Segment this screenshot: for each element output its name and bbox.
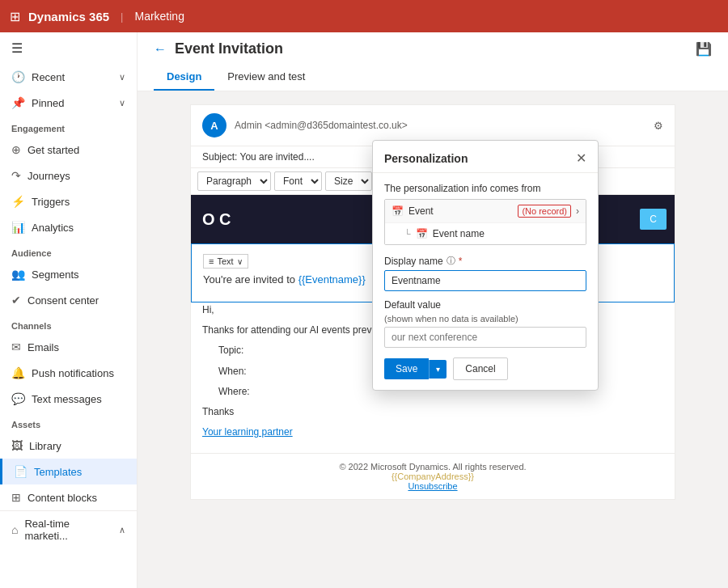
grid-icon[interactable]: ⊞: [10, 9, 20, 24]
default-value-input[interactable]: [384, 327, 586, 348]
pers-tree-parent-row[interactable]: 📅 Event (No record) ›: [385, 200, 586, 223]
recent-icon: 🕐: [11, 70, 25, 83]
recent-expand-icon: ∨: [119, 72, 125, 82]
sidebar-item-text-messages[interactable]: 💬 Text messages: [0, 386, 137, 412]
save-icon[interactable]: 💾: [696, 42, 712, 56]
sidebar-item-label: Push notifications: [32, 367, 114, 379]
modal-actions: Save ▾ Cancel: [384, 357, 586, 380]
sidebar-item-emails[interactable]: ✉ Emails: [0, 334, 137, 360]
modal-body: The personalization info comes from 📅 Ev…: [373, 173, 598, 390]
sidebar-item-label: Emails: [28, 341, 59, 353]
consent-icon: ✔: [11, 294, 21, 307]
page-header: ← Event Invitation 💾 Design Preview and …: [138, 32, 728, 91]
pers-chevron-icon: ›: [576, 205, 579, 217]
tab-design[interactable]: Design: [154, 64, 214, 91]
sidebar-item-label-recent: Recent: [32, 71, 65, 83]
sidebar-item-segments[interactable]: 👥 Segments: [0, 261, 137, 287]
sidebar-item-consent-center[interactable]: ✔ Consent center: [0, 287, 137, 313]
pers-parent-label: Event: [408, 205, 510, 217]
content-blocks-icon: ⊞: [11, 491, 21, 504]
personalization-modal: Personalization ✕ The personalization in…: [372, 140, 599, 391]
default-value-label-row: Default value: [384, 299, 586, 311]
email-area: A Admin <admin@d365domaintest.co.uk> ⚙ S…: [138, 91, 728, 588]
topbar: ⊞ Dynamics 365 | Marketing: [0, 0, 728, 32]
sidebar-item-label-realtime: Real-time marketi...: [24, 518, 112, 542]
sidebar-item-journeys[interactable]: ↷ Journeys: [0, 163, 137, 188]
sidebar-item-label: Library: [29, 440, 61, 452]
sidebar-item-analytics[interactable]: 📊 Analytics: [0, 214, 137, 240]
sidebar-item-realtime[interactable]: ⌂ Real-time marketi... ∧: [0, 510, 137, 548]
modal-header: Personalization ✕: [373, 141, 598, 173]
pers-child-icon: 📅: [416, 228, 428, 239]
assets-section: Assets: [0, 412, 137, 433]
save-button[interactable]: Save: [384, 358, 429, 379]
push-icon: 🔔: [11, 366, 25, 379]
sidebar-item-content-blocks[interactable]: ⊞ Content blocks: [0, 484, 137, 510]
app-name: Dynamics 365: [28, 10, 109, 23]
sidebar-item-pinned[interactable]: 📌 Pinned ∨: [0, 90, 137, 116]
pers-indent-icon: └: [404, 229, 411, 239]
realtime-icon: ⌂: [11, 523, 18, 536]
tabs: Design Preview and test: [154, 64, 712, 91]
sidebar-item-label: Segments: [32, 269, 79, 281]
personalization-source-label: The personalization info comes from: [384, 183, 586, 194]
default-value-label: Default value: [384, 299, 441, 311]
sidebar-item-recent[interactable]: 🕐 Recent ∨: [0, 64, 137, 90]
realtime-expand-icon: ∧: [119, 525, 125, 535]
sidebar-item-label: Journeys: [28, 170, 70, 182]
sidebar: ☰ 🕐 Recent ∨ 📌 Pinned ∨ Engagement ⊕ Get…: [0, 32, 138, 588]
sidebar-item-label: Triggers: [32, 196, 70, 208]
hamburger-button[interactable]: ☰: [0, 32, 137, 64]
get-started-icon: ⊕: [11, 143, 21, 156]
emails-icon: ✉: [11, 341, 21, 353]
display-name-required: *: [459, 256, 463, 267]
sidebar-item-label: Analytics: [32, 222, 74, 234]
modal-overlay: Personalization ✕ The personalization in…: [138, 91, 728, 588]
sidebar-item-label-pinned: Pinned: [32, 97, 64, 109]
segments-icon: 👥: [11, 268, 25, 281]
sidebar-item-label: Consent center: [28, 294, 99, 307]
save-button-group: Save ▾: [384, 358, 447, 379]
pers-tree-child-row[interactable]: └ 📅 Event name: [385, 223, 586, 244]
pers-child-label: Event name: [433, 228, 579, 239]
sidebar-item-label: Templates: [34, 466, 82, 478]
library-icon: 🖼: [11, 439, 23, 452]
modal-close-button[interactable]: ✕: [576, 150, 586, 166]
text-messages-icon: 💬: [11, 392, 25, 405]
pers-no-record-badge: (No record): [518, 205, 571, 218]
sidebar-item-push-notifications[interactable]: 🔔 Push notifications: [0, 360, 137, 386]
pinned-expand-icon: ∨: [119, 98, 125, 108]
topbar-divider: |: [121, 11, 123, 23]
display-name-group: Display name ⓘ *: [384, 255, 586, 291]
back-button[interactable]: ←: [154, 42, 167, 57]
display-name-label: Display name: [384, 256, 443, 267]
sidebar-item-label: Text messages: [32, 393, 102, 405]
sidebar-item-templates[interactable]: 📄 Templates: [0, 459, 137, 484]
default-value-group: Default value (shown when no data is ava…: [384, 299, 586, 348]
sidebar-item-library[interactable]: 🖼 Library: [0, 433, 137, 459]
triggers-icon: ⚡: [11, 195, 25, 208]
display-name-input[interactable]: [384, 270, 586, 291]
audience-section: Audience: [0, 240, 137, 261]
sidebar-item-triggers[interactable]: ⚡ Triggers: [0, 188, 137, 214]
engagement-section: Engagement: [0, 116, 137, 137]
analytics-icon: 📊: [11, 221, 25, 234]
sidebar-item-get-started[interactable]: ⊕ Get started: [0, 137, 137, 163]
display-name-info-icon: ⓘ: [447, 255, 455, 267]
cancel-button[interactable]: Cancel: [453, 357, 507, 380]
module-name: Marketing: [134, 10, 184, 23]
pinned-icon: 📌: [11, 96, 25, 109]
personalization-tree: 📅 Event (No record) › └ 📅 Event name: [384, 199, 586, 245]
modal-title: Personalization: [384, 152, 468, 165]
pers-parent-icon: 📅: [392, 205, 404, 217]
tab-preview[interactable]: Preview and test: [214, 64, 318, 91]
channels-section: Channels: [0, 313, 137, 334]
display-name-label-row: Display name ⓘ *: [384, 255, 586, 267]
sidebar-item-label: Get started: [28, 144, 79, 156]
journeys-icon: ↷: [11, 169, 21, 182]
default-value-sublabel: (shown when no data is available): [384, 314, 586, 324]
save-dropdown-button[interactable]: ▾: [429, 360, 447, 379]
templates-icon: 📄: [14, 465, 28, 478]
page-title: Event Invitation: [175, 40, 283, 57]
sidebar-item-label: Content blocks: [28, 492, 97, 504]
